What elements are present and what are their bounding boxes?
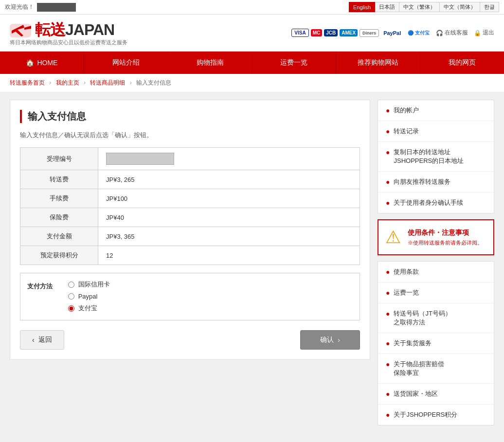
page-box: 输入支付信息 输入支付信息／确认无误后点选「确认」按钮。 受理编号 转送费 JP…	[10, 100, 370, 360]
table-cell-fee: JP¥100	[98, 189, 360, 208]
nav-about-label: 网站介绍	[112, 58, 140, 66]
sidebar-item-countries[interactable]: ● 送货国家・地区	[378, 384, 494, 405]
jcb-icon: JCB	[324, 29, 338, 36]
table-cell-total: JP¥3, 365	[98, 227, 360, 246]
breadcrumb-detail[interactable]: 转送商品明细	[90, 79, 125, 86]
sidebar-records-label: 转送记录	[394, 127, 419, 136]
sidebar-item-refer[interactable]: ● 向朋友推荐转送服务	[378, 172, 494, 193]
button-row: ‹ 返回 确认 ›	[20, 330, 360, 350]
table-row: 支付金额 JP¥3, 365	[20, 227, 360, 246]
table-row: 手续费 JP¥100	[20, 189, 360, 208]
radio-paypal[interactable]	[68, 293, 74, 300]
payment-method-label: 支付方法	[27, 280, 66, 291]
info-table: 受理编号 转送费 JP¥3, 265 手续费 JP¥100 保险费 JP¥40	[20, 147, 360, 265]
welcome-area: 欢迎光临！	[5, 3, 76, 12]
back-arrow-icon: ‹	[32, 336, 35, 344]
breadcrumb-mypage[interactable]: 我的主页	[56, 79, 79, 86]
option-credit[interactable]: 国际信用卡	[68, 280, 110, 289]
sidebar: ● 我的帐户 ● 转送记录 ● 复制日本的转送地址JSHOPPERS的日本地址 …	[378, 100, 494, 431]
option-alipay[interactable]: 支付宝	[68, 304, 110, 313]
sidebar-item-address[interactable]: ● 复制日本的转送地址JSHOPPERS的日本地址	[378, 142, 494, 172]
payment-options: 国际信用卡 Paypal 支付宝	[68, 280, 110, 313]
bullet-icon: ●	[386, 310, 390, 318]
breadcrumb-sep-1: ›	[49, 79, 51, 86]
header-links: 🎧 在线客服 🔒 退出	[436, 29, 494, 37]
confirm-button[interactable]: 确认 ›	[300, 330, 360, 350]
bullet-icon: ●	[386, 106, 390, 114]
back-label: 返回	[38, 336, 52, 344]
sidebar-item-verify[interactable]: ● 关于使用者身分确认手续	[378, 193, 494, 213]
sidebar-points-label: 关于JSHOPPERS积分	[394, 410, 457, 419]
content-area: 输入支付信息 输入支付信息／确认无误后点选「确认」按钮。 受理编号 转送费 JP…	[10, 100, 370, 431]
warning-text-area: 使用条件・注意事项 ※使用转送服务前请务必详阅。	[408, 229, 483, 247]
option-credit-label: 国际信用卡	[78, 280, 110, 289]
sidebar-countries-label: 送货国家・地区	[394, 389, 438, 398]
nav-shipping-label: 运费一览	[280, 58, 307, 66]
back-button[interactable]: ‹ 返回	[20, 330, 64, 350]
radio-alipay[interactable]	[68, 305, 74, 312]
breadcrumb-home[interactable]: 转送服务首页	[10, 79, 45, 86]
bullet-icon: ●	[386, 360, 390, 368]
nav-mypage[interactable]: 我的网页	[420, 52, 504, 74]
warning-box[interactable]: ⚠ 使用条件・注意事项 ※使用转送服务前请务必详阅。	[378, 219, 494, 255]
nav-recommend[interactable]: 推荐购物网站	[336, 52, 420, 74]
breadcrumb-sep-3: ›	[130, 79, 132, 86]
bullet-icon: ●	[386, 390, 390, 398]
sidebar-item-shipping-rates[interactable]: ● 运费一览	[378, 283, 494, 303]
sidebar-top-menu: ● 我的帐户 ● 转送记录 ● 复制日本的转送地址JSHOPPERS的日本地址 …	[378, 100, 494, 213]
amex-icon: AMEX	[340, 29, 358, 36]
breadcrumb: 转送服务首页 › 我的主页 › 转送商品明细 › 输入支付信息	[0, 74, 504, 92]
payment-icons: VISA MC JCB AMEX Diners PayPal 🔵 支付宝	[291, 29, 432, 37]
lang-korean[interactable]: 한글	[480, 2, 499, 12]
nav-mypage-label: 我的网页	[449, 58, 476, 66]
sno-input[interactable]	[106, 153, 174, 165]
customer-service-link[interactable]: 🎧 在线客服	[436, 29, 468, 37]
option-paypal-label: Paypal	[78, 293, 98, 300]
logout-link[interactable]: 🔒 退出	[474, 29, 494, 37]
sidebar-item-account[interactable]: ● 我的帐户	[378, 100, 494, 121]
customer-service-label: 在线客服	[445, 29, 468, 37]
bullet-icon: ●	[386, 268, 390, 276]
lang-chinese-trad[interactable]: 中文（繁体）	[399, 2, 440, 12]
nav-guide-label: 购物指南	[197, 58, 224, 66]
sidebar-item-consolidation[interactable]: ● 关于集货服务	[378, 333, 494, 354]
bullet-icon: ●	[386, 127, 390, 135]
lang-japanese[interactable]: 日本語	[375, 2, 399, 12]
nav-home-label: HOME	[37, 59, 57, 67]
confirm-label: 确认	[320, 336, 334, 344]
table-row: 受理编号	[20, 148, 360, 170]
table-header-fee: 手续费	[20, 189, 98, 208]
sidebar-refer-label: 向朋友推荐转送服务	[394, 177, 450, 186]
lang-chinese-simp[interactable]: 中文（简体）	[440, 2, 480, 12]
bullet-icon: ●	[386, 289, 390, 297]
bullet-icon: ●	[386, 411, 390, 419]
sidebar-item-terms[interactable]: ● 使用条款	[378, 262, 494, 283]
nav-guide[interactable]: 购物指南	[168, 52, 252, 74]
sidebar-address-label: 复制日本的转送地址JSHOPPERS的日本地址	[394, 148, 464, 165]
nav-shipping[interactable]: 运费一览	[252, 52, 336, 74]
lock-icon: 🔒	[474, 30, 481, 36]
sidebar-jt-label: 转送号码（JT号码）之取得方法	[394, 309, 451, 327]
confirm-arrow-icon: ›	[338, 336, 340, 344]
sidebar-terms-label: 使用条款	[394, 267, 419, 276]
table-cell-sno	[98, 148, 360, 170]
nav-recommend-label: 推荐购物网站	[358, 58, 398, 66]
option-paypal[interactable]: Paypal	[68, 293, 110, 300]
mc-icon: MC	[311, 29, 323, 36]
sidebar-item-insurance[interactable]: ● 关于物品损害赔偿保险事宜	[378, 354, 494, 384]
headset-icon: 🎧	[436, 30, 443, 36]
logo-text: 転送JAPAN	[35, 19, 114, 41]
lang-english[interactable]: English	[349, 2, 375, 12]
paypal-icon: PayPal	[381, 29, 403, 37]
sidebar-verify-label: 关于使用者身分确认手续	[394, 198, 463, 207]
logo-area: 転送JAPAN 将日本网络购物商品安心且以低价运费寄送之服务	[10, 19, 127, 46]
table-cell-points: 12	[98, 246, 360, 265]
user-box	[37, 3, 76, 12]
nav-home[interactable]: 🏠 HOME	[0, 52, 84, 74]
nav-about[interactable]: 网站介绍	[84, 52, 168, 74]
sidebar-item-jt-number[interactable]: ● 转送号码（JT号码）之取得方法	[378, 303, 494, 333]
sidebar-item-points[interactable]: ● 关于JSHOPPERS积分	[378, 405, 494, 425]
radio-credit[interactable]	[68, 282, 74, 288]
table-header-total: 支付金额	[20, 227, 98, 246]
sidebar-item-records[interactable]: ● 转送记录	[378, 121, 494, 142]
